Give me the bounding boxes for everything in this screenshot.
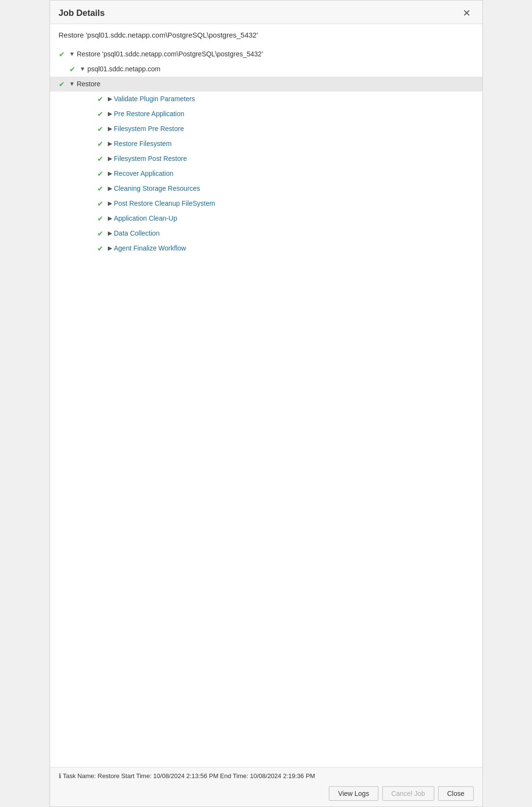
check-icon-1: ✔ xyxy=(97,109,108,119)
item-label-6[interactable]: Cleaning Storage Resources xyxy=(114,184,200,194)
check-icon-4: ✔ xyxy=(97,154,108,164)
arrow-right-icon-9: ▶ xyxy=(108,229,112,238)
check-icon-level3: ✔ xyxy=(59,79,69,89)
arrow-right-icon-8: ▶ xyxy=(108,214,112,223)
list-item: ✔ ▶ Cleaning Storage Resources xyxy=(97,181,474,196)
item-label-0[interactable]: Validate Plugin Parameters xyxy=(114,94,195,104)
list-item: ✔ ▶ Filesystem Pre Restore xyxy=(97,121,474,136)
dialog-footer: ℹTask Name: Restore Start Time: 10/08/20… xyxy=(50,767,482,807)
dialog-header: Job Details ✕ xyxy=(50,0,482,24)
item-label-9[interactable]: Data Collection xyxy=(114,229,160,238)
dialog-body: Restore 'psql01.sddc.netapp.com\PostgreS… xyxy=(50,24,482,767)
arrow-right-icon-10: ▶ xyxy=(108,244,112,252)
item-label-8[interactable]: Application Clean-Up xyxy=(114,214,178,224)
tree-level2: ✔ ▼ psql01.sddc.netapp.com xyxy=(69,62,474,77)
tree-level1-label: Restore 'psql01.sddc.netapp.com\PostgreS… xyxy=(77,50,263,59)
check-icon-5: ✔ xyxy=(97,169,108,179)
arrow-right-icon-0: ▶ xyxy=(108,95,112,103)
job-details-dialog: Job Details ✕ Restore 'psql01.sddc.netap… xyxy=(50,0,483,807)
footer-info: ℹTask Name: Restore Start Time: 10/08/20… xyxy=(50,767,482,782)
list-item: ✔ ▶ Data Collection xyxy=(97,226,474,241)
close-icon[interactable]: ✕ xyxy=(460,7,474,19)
check-icon-10: ✔ xyxy=(97,243,108,253)
cancel-job-button[interactable]: Cancel Job xyxy=(382,786,434,801)
arrow-down-icon-level1: ▼ xyxy=(69,50,75,58)
check-icon-level2: ✔ xyxy=(69,64,80,74)
arrow-down-icon-level3: ▼ xyxy=(69,80,75,88)
arrow-right-icon-6: ▶ xyxy=(108,185,112,193)
check-icon-2: ✔ xyxy=(97,124,108,134)
check-icon-6: ✔ xyxy=(97,184,108,194)
item-label-1[interactable]: Pre Restore Application xyxy=(114,109,184,119)
list-item: ✔ ▶ Application Clean-Up xyxy=(97,211,474,226)
close-dialog-button[interactable]: Close xyxy=(438,786,474,801)
arrow-right-icon-1: ▶ xyxy=(108,110,112,118)
item-label-4[interactable]: Filesystem Post Restore xyxy=(114,154,187,164)
check-icon-8: ✔ xyxy=(97,213,108,224)
arrow-right-icon-5: ▶ xyxy=(108,170,112,178)
item-label-3[interactable]: Restore Filesystem xyxy=(114,139,172,149)
tree-level3: ✔ ▼ Restore xyxy=(50,77,482,92)
list-item: ✔ ▶ Post Restore Cleanup FileSystem xyxy=(97,196,474,211)
footer-info-text: Task Name: Restore Start Time: 10/08/202… xyxy=(63,772,315,780)
dialog-title: Job Details xyxy=(59,8,105,18)
list-item: ✔ ▶ Recover Application xyxy=(97,166,474,181)
check-icon-0: ✔ xyxy=(97,94,108,104)
list-item: ✔ ▶ Restore Filesystem xyxy=(97,136,474,151)
arrow-right-icon-3: ▶ xyxy=(108,140,112,148)
list-item: ✔ ▶ Agent Finalize Workflow xyxy=(97,241,474,256)
info-icon: ℹ xyxy=(59,772,61,780)
tree-level3-label: Restore xyxy=(77,79,100,89)
check-icon-3: ✔ xyxy=(97,139,108,149)
item-label-5[interactable]: Recover Application xyxy=(114,169,174,179)
view-logs-button[interactable]: View Logs xyxy=(329,786,378,801)
page-subtitle: Restore 'psql01.sddc.netapp.com\PostgreS… xyxy=(59,31,474,39)
arrow-right-icon-7: ▶ xyxy=(108,199,112,208)
item-label-10[interactable]: Agent Finalize Workflow xyxy=(114,244,186,253)
tree-level1: ✔ ▼ Restore 'psql01.sddc.netapp.com\Post… xyxy=(59,47,474,62)
list-item: ✔ ▶ Filesystem Post Restore xyxy=(97,151,474,166)
list-item: ✔ ▶ Validate Plugin Parameters xyxy=(97,92,474,106)
item-label-7[interactable]: Post Restore Cleanup FileSystem xyxy=(114,199,215,209)
job-tree: ✔ ▼ Restore 'psql01.sddc.netapp.com\Post… xyxy=(59,47,474,256)
tree-level2-label: psql01.sddc.netapp.com xyxy=(87,65,160,74)
arrow-right-icon-2: ▶ xyxy=(108,125,112,133)
list-item: ✔ ▶ Pre Restore Application xyxy=(97,106,474,121)
item-label-2[interactable]: Filesystem Pre Restore xyxy=(114,124,184,134)
check-icon-9: ✔ xyxy=(97,228,108,238)
footer-buttons: View Logs Cancel Job Close xyxy=(50,782,482,807)
arrow-down-icon-level2: ▼ xyxy=(80,65,86,73)
check-icon-7: ✔ xyxy=(97,198,108,209)
arrow-right-icon-4: ▶ xyxy=(108,155,112,163)
check-icon-level1: ✔ xyxy=(59,49,69,59)
